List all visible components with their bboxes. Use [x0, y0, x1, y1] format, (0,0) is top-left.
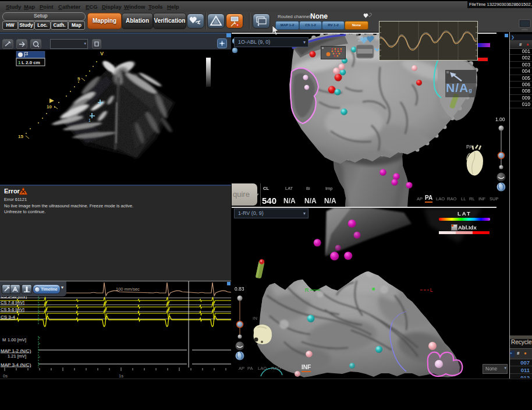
svg-text:CS 3-4: CS 3-4: [1, 314, 15, 320]
svg-text:MAP 1-2 (N/C): MAP 1-2 (N/C): [1, 348, 31, 354]
svg-text:R: R: [305, 287, 309, 293]
svg-text:MAP 3-4 (N/C): MAP 3-4 (N/C): [1, 362, 31, 367]
svg-text:1s: 1s: [119, 373, 123, 379]
svg-text:5: 5: [77, 76, 80, 82]
svg-text:0.83: 0.83: [235, 286, 244, 292]
svg-text:M: M: [2, 337, 6, 342]
svg-text:L 2.0 cm: L 2.0 cm: [22, 60, 40, 65]
svg-text:CS 7-8 [mV]: CS 7-8 [mV]: [1, 300, 24, 305]
svg-text:CS 5-6 [mV]: CS 5-6 [mV]: [1, 307, 24, 312]
svg-text:PA: PA: [466, 144, 473, 150]
svg-text:1.21 [mV]: 1.21 [mV]: [8, 354, 26, 359]
svg-text:1.00 [mV]: 1.00 [mV]: [8, 337, 26, 342]
svg-text:15: 15: [18, 134, 23, 139]
svg-text:1: 1: [88, 118, 91, 122]
svg-text:L: L: [430, 287, 433, 293]
svg-text:0s: 0s: [3, 373, 8, 379]
svg-text:1: 1: [18, 60, 21, 65]
svg-text:IN: IN: [253, 316, 257, 321]
svg-text:100 mm/sec: 100 mm/sec: [116, 287, 140, 292]
svg-text:1.00: 1.00: [495, 116, 505, 122]
svg-text:10: 10: [47, 104, 52, 109]
svg-text:V: V: [100, 51, 104, 56]
